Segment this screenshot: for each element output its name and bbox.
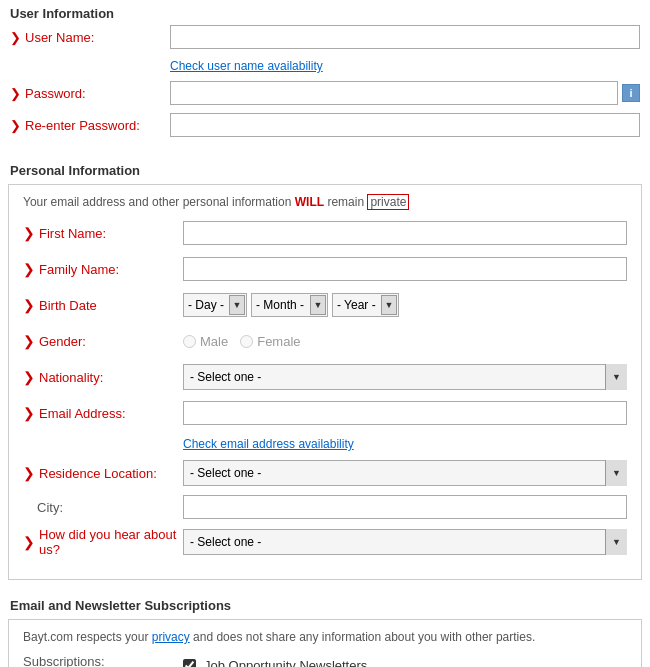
nationality-row: ❯ Nationality: - Select one - ▼ — [23, 363, 627, 391]
nationality-label-text: Nationality: — [39, 370, 103, 385]
residence-select[interactable]: - Select one - — [183, 460, 627, 486]
gender-options: Male Female — [183, 334, 627, 349]
email-input[interactable] — [183, 401, 627, 425]
firstname-label-text: First Name: — [39, 226, 106, 241]
personal-info-box: Your email address and other personal in… — [8, 184, 642, 580]
familyname-control — [183, 257, 627, 281]
month-select-wrapper: - Month - ▼ — [251, 293, 328, 317]
password-bullet: ❯ — [10, 86, 21, 101]
reenter-password-bullet: ❯ — [10, 118, 21, 133]
birthdate-label-text: Birth Date — [39, 298, 97, 313]
birthdate-bullet: ❯ — [23, 297, 35, 313]
familyname-input[interactable] — [183, 257, 627, 281]
privacy-notice: Your email address and other personal in… — [23, 195, 627, 209]
familyname-row: ❯ Family Name: — [23, 255, 627, 283]
firstname-input[interactable] — [183, 221, 627, 245]
howheard-select[interactable]: - Select one - — [183, 529, 627, 555]
city-row: City: — [23, 495, 627, 519]
howheard-bullet: ❯ — [23, 534, 35, 550]
nationality-bullet: ❯ — [23, 369, 35, 385]
check-username-link[interactable]: Check user name availability — [170, 59, 323, 73]
year-select-wrapper: - Year - ▼ — [332, 293, 399, 317]
password-input-row: i — [170, 81, 640, 105]
subscriptions-notice: Bayt.com respects your privacy and does … — [23, 630, 627, 644]
nationality-select-wrapper: - Select one - ▼ — [183, 364, 627, 390]
city-input[interactable] — [183, 495, 627, 519]
nationality-select[interactable]: - Select one - — [183, 364, 627, 390]
howheard-control: - Select one - ▼ — [183, 529, 627, 555]
familyname-label: ❯ Family Name: — [23, 261, 183, 277]
password-input[interactable] — [170, 81, 618, 105]
birthdate-label: ❯ Birth Date — [23, 297, 183, 313]
gender-male-radio[interactable] — [183, 335, 196, 348]
howheard-label-text: How did you hear about us? — [39, 527, 183, 557]
gender-female-radio[interactable] — [240, 335, 253, 348]
privacy-notice-will: WILL — [295, 195, 324, 209]
residence-control: - Select one - ▼ — [183, 460, 627, 486]
password-row: ❯ Password: i — [10, 81, 640, 105]
residence-row: ❯ Residence Location: - Select one - ▼ — [23, 459, 627, 487]
firstname-control — [183, 221, 627, 245]
subscriptions-notice-end: and does not share any information about… — [190, 630, 536, 644]
residence-bullet: ❯ — [23, 465, 35, 481]
job-newsletter-checkbox[interactable] — [183, 659, 196, 667]
newsletter-options: Job Opportunity Newsletters — [183, 652, 367, 667]
personal-info-section: Personal Information Your email address … — [0, 155, 650, 580]
username-row: ❯ User Name: — [10, 25, 640, 49]
subscriptions-section: Email and Newsletter Subscriptions Bayt.… — [0, 590, 650, 667]
residence-select-wrapper: - Select one - ▼ — [183, 460, 627, 486]
city-label: City: — [23, 500, 183, 515]
email-label: ❯ Email Address: — [23, 405, 183, 421]
gender-label: ❯ Gender: — [23, 333, 183, 349]
personal-info-header: Personal Information — [0, 155, 650, 184]
day-select-wrapper: - Day - ▼ — [183, 293, 247, 317]
howheard-select-wrapper: - Select one - ▼ — [183, 529, 627, 555]
birthdate-control: - Day - ▼ - Month - ▼ - Year - — [183, 293, 627, 317]
username-label: ❯ User Name: — [10, 30, 170, 45]
username-input[interactable] — [170, 25, 640, 49]
residence-label-text: Residence Location: — [39, 466, 157, 481]
user-info-header: User Information — [0, 0, 650, 25]
subscriptions-header: Email and Newsletter Subscriptions — [0, 590, 650, 619]
month-select[interactable]: - Month - — [251, 293, 328, 317]
email-bullet: ❯ — [23, 405, 35, 421]
password-label-text: Password: — [25, 86, 86, 101]
check-username-row: Check user name availability — [10, 57, 640, 73]
familyname-bullet: ❯ — [23, 261, 35, 277]
user-info-section: User Information ❯ User Name: Check user… — [0, 0, 650, 151]
residence-label: ❯ Residence Location: — [23, 465, 183, 481]
user-info-area: ❯ User Name: Check user name availabilit… — [0, 25, 650, 151]
birthdate-selects: - Day - ▼ - Month - ▼ - Year - — [183, 293, 627, 317]
gender-label-text: Gender: — [39, 334, 86, 349]
gender-female-option[interactable]: Female — [240, 334, 300, 349]
day-select[interactable]: - Day - — [183, 293, 247, 317]
year-select[interactable]: - Year - — [332, 293, 399, 317]
gender-male-label: Male — [200, 334, 228, 349]
howheard-label: ❯ How did you hear about us? — [23, 527, 183, 557]
password-control: i — [170, 81, 640, 105]
check-email-link[interactable]: Check email address availability — [183, 437, 354, 451]
subscriptions-row: Subscriptions: Job Opportunity Newslette… — [23, 652, 627, 667]
password-info-icon[interactable]: i — [622, 84, 640, 102]
reenter-password-row: ❯ Re-enter Password: — [10, 113, 640, 137]
gender-bullet: ❯ — [23, 333, 35, 349]
nationality-label: ❯ Nationality: — [23, 369, 183, 385]
birthdate-row: ❯ Birth Date - Day - ▼ - Month - — [23, 291, 627, 319]
subscriptions-notice-text: Bayt.com respects your — [23, 630, 152, 644]
reenter-password-label-text: Re-enter Password: — [25, 118, 140, 133]
nationality-control: - Select one - ▼ — [183, 364, 627, 390]
subscriptions-privacy-link[interactable]: privacy — [152, 630, 190, 644]
privacy-notice-text: Your email address and other personal in… — [23, 195, 295, 209]
email-label-text: Email Address: — [39, 406, 126, 421]
city-control — [183, 495, 627, 519]
reenter-password-input[interactable] — [170, 113, 640, 137]
familyname-label-text: Family Name: — [39, 262, 119, 277]
username-label-text: User Name: — [25, 30, 94, 45]
gender-row: ❯ Gender: Male Female — [23, 327, 627, 355]
job-newsletter-label: Job Opportunity Newsletters — [204, 658, 367, 667]
privacy-private-link[interactable]: private — [367, 194, 409, 210]
privacy-notice-remain: remain — [324, 195, 367, 209]
email-control — [183, 401, 627, 425]
gender-female-label: Female — [257, 334, 300, 349]
gender-male-option[interactable]: Male — [183, 334, 228, 349]
